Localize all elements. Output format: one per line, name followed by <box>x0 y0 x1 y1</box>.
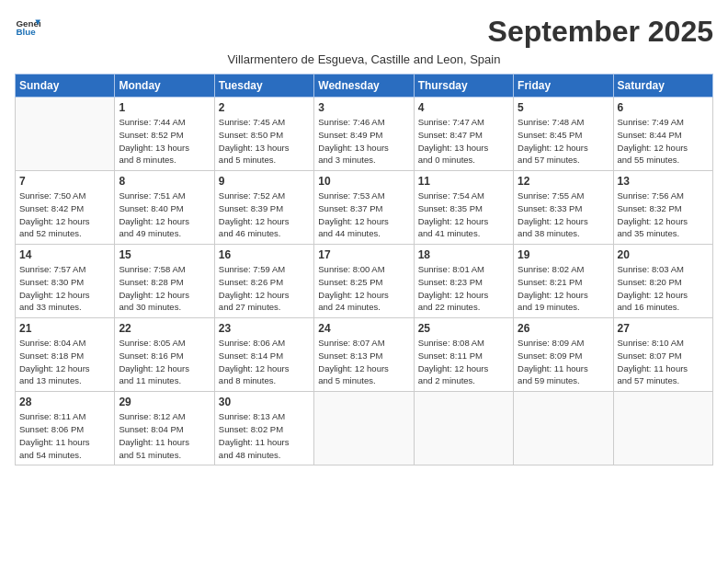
day-number: 2 <box>219 101 310 114</box>
week-row-2: 7Sunrise: 7:50 AM Sunset: 8:42 PM Daylig… <box>16 171 713 245</box>
day-info: Sunrise: 7:52 AM Sunset: 8:39 PM Dayligh… <box>219 190 310 240</box>
day-info: Sunrise: 8:06 AM Sunset: 8:14 PM Dayligh… <box>219 337 310 387</box>
day-cell: 11Sunrise: 7:54 AM Sunset: 8:35 PM Dayli… <box>414 171 513 245</box>
day-number: 29 <box>119 396 210 408</box>
week-row-4: 21Sunrise: 8:04 AM Sunset: 8:18 PM Dayli… <box>16 318 713 392</box>
day-cell: 22Sunrise: 8:05 AM Sunset: 8:16 PM Dayli… <box>115 318 214 392</box>
day-cell: 23Sunrise: 8:06 AM Sunset: 8:14 PM Dayli… <box>214 318 313 392</box>
day-cell: 17Sunrise: 8:00 AM Sunset: 8:25 PM Dayli… <box>314 245 414 318</box>
svg-text:Blue: Blue <box>16 27 36 37</box>
day-cell: 25Sunrise: 8:08 AM Sunset: 8:11 PM Dayli… <box>414 318 513 392</box>
day-info: Sunrise: 7:47 AM Sunset: 8:47 PM Dayligh… <box>418 116 509 167</box>
day-info: Sunrise: 8:02 AM Sunset: 8:21 PM Dayligh… <box>518 263 609 314</box>
week-row-5: 28Sunrise: 8:11 AM Sunset: 8:06 PM Dayli… <box>16 392 713 465</box>
weekday-header-wednesday: Wednesday <box>314 75 414 98</box>
day-info: Sunrise: 8:01 AM Sunset: 8:23 PM Dayligh… <box>418 263 509 314</box>
day-info: Sunrise: 7:54 AM Sunset: 8:35 PM Dayligh… <box>418 190 509 240</box>
day-info: Sunrise: 8:03 AM Sunset: 8:20 PM Dayligh… <box>618 263 709 314</box>
title-block: September 2025 <box>488 15 713 49</box>
day-number: 16 <box>219 248 310 261</box>
subtitle: Villarmentero de Esgueva, Castille and L… <box>15 52 713 66</box>
weekday-header-monday: Monday <box>115 75 214 98</box>
day-number: 19 <box>518 248 609 261</box>
day-cell: 2Sunrise: 7:45 AM Sunset: 8:50 PM Daylig… <box>214 98 313 171</box>
day-cell: 29Sunrise: 8:12 AM Sunset: 8:04 PM Dayli… <box>115 392 214 465</box>
day-info: Sunrise: 7:48 AM Sunset: 8:45 PM Dayligh… <box>518 116 609 167</box>
day-cell <box>16 98 115 171</box>
day-cell <box>414 392 513 465</box>
day-info: Sunrise: 7:56 AM Sunset: 8:32 PM Dayligh… <box>618 190 709 240</box>
day-cell: 21Sunrise: 8:04 AM Sunset: 8:18 PM Dayli… <box>16 318 115 392</box>
day-number: 9 <box>219 175 310 188</box>
day-cell: 5Sunrise: 7:48 AM Sunset: 8:45 PM Daylig… <box>514 98 613 171</box>
day-cell: 8Sunrise: 7:51 AM Sunset: 8:40 PM Daylig… <box>115 171 214 245</box>
day-number: 26 <box>518 322 609 335</box>
day-number: 25 <box>418 322 509 335</box>
calendar-table: SundayMondayTuesdayWednesdayThursdayFrid… <box>15 74 713 465</box>
day-number: 30 <box>219 396 310 408</box>
day-cell: 27Sunrise: 8:10 AM Sunset: 8:07 PM Dayli… <box>613 318 712 392</box>
day-number: 10 <box>318 175 409 188</box>
day-number: 27 <box>618 322 709 335</box>
day-info: Sunrise: 7:46 AM Sunset: 8:49 PM Dayligh… <box>318 116 409 167</box>
day-info: Sunrise: 7:57 AM Sunset: 8:30 PM Dayligh… <box>19 263 110 314</box>
weekday-header-row: SundayMondayTuesdayWednesdayThursdayFrid… <box>16 75 713 98</box>
logo: General Blue <box>15 15 40 40</box>
day-cell: 20Sunrise: 8:03 AM Sunset: 8:20 PM Dayli… <box>613 245 712 318</box>
day-cell <box>613 392 712 465</box>
week-row-1: 1Sunrise: 7:44 AM Sunset: 8:52 PM Daylig… <box>16 98 713 171</box>
day-info: Sunrise: 7:59 AM Sunset: 8:26 PM Dayligh… <box>219 263 310 314</box>
day-cell: 4Sunrise: 7:47 AM Sunset: 8:47 PM Daylig… <box>414 98 513 171</box>
day-number: 28 <box>19 396 110 408</box>
logo-icon: General Blue <box>15 15 40 40</box>
day-cell: 1Sunrise: 7:44 AM Sunset: 8:52 PM Daylig… <box>115 98 214 171</box>
day-info: Sunrise: 7:58 AM Sunset: 8:28 PM Dayligh… <box>119 263 210 314</box>
day-info: Sunrise: 7:50 AM Sunset: 8:42 PM Dayligh… <box>19 190 110 240</box>
weekday-header-thursday: Thursday <box>414 75 513 98</box>
day-info: Sunrise: 7:55 AM Sunset: 8:33 PM Dayligh… <box>518 190 609 240</box>
day-info: Sunrise: 7:53 AM Sunset: 8:37 PM Dayligh… <box>318 190 409 240</box>
day-number: 24 <box>318 322 409 335</box>
day-number: 17 <box>318 248 409 261</box>
day-number: 1 <box>119 101 210 114</box>
day-info: Sunrise: 8:10 AM Sunset: 8:07 PM Dayligh… <box>618 337 709 387</box>
day-number: 18 <box>418 248 509 261</box>
day-cell: 12Sunrise: 7:55 AM Sunset: 8:33 PM Dayli… <box>514 171 613 245</box>
day-number: 7 <box>19 175 110 188</box>
day-cell: 7Sunrise: 7:50 AM Sunset: 8:42 PM Daylig… <box>16 171 115 245</box>
day-number: 4 <box>418 101 509 114</box>
day-number: 21 <box>19 322 110 335</box>
day-cell: 24Sunrise: 8:07 AM Sunset: 8:13 PM Dayli… <box>314 318 414 392</box>
day-number: 22 <box>119 322 210 335</box>
day-number: 8 <box>119 175 210 188</box>
day-info: Sunrise: 8:07 AM Sunset: 8:13 PM Dayligh… <box>318 337 409 387</box>
day-cell: 16Sunrise: 7:59 AM Sunset: 8:26 PM Dayli… <box>214 245 313 318</box>
weekday-header-saturday: Saturday <box>613 75 712 98</box>
day-cell: 19Sunrise: 8:02 AM Sunset: 8:21 PM Dayli… <box>514 245 613 318</box>
day-info: Sunrise: 8:11 AM Sunset: 8:06 PM Dayligh… <box>19 410 110 461</box>
day-cell: 3Sunrise: 7:46 AM Sunset: 8:49 PM Daylig… <box>314 98 414 171</box>
day-cell: 18Sunrise: 8:01 AM Sunset: 8:23 PM Dayli… <box>414 245 513 318</box>
day-info: Sunrise: 7:51 AM Sunset: 8:40 PM Dayligh… <box>119 190 210 240</box>
day-cell <box>514 392 613 465</box>
day-info: Sunrise: 7:49 AM Sunset: 8:44 PM Dayligh… <box>618 116 709 167</box>
day-cell: 10Sunrise: 7:53 AM Sunset: 8:37 PM Dayli… <box>314 171 414 245</box>
day-number: 13 <box>618 175 709 188</box>
month-title: September 2025 <box>488 15 713 49</box>
day-number: 12 <box>518 175 609 188</box>
day-number: 20 <box>618 248 709 261</box>
day-info: Sunrise: 8:12 AM Sunset: 8:04 PM Dayligh… <box>119 410 210 461</box>
day-cell: 9Sunrise: 7:52 AM Sunset: 8:39 PM Daylig… <box>214 171 313 245</box>
header: General Blue September 2025 <box>15 15 713 49</box>
day-cell: 28Sunrise: 8:11 AM Sunset: 8:06 PM Dayli… <box>16 392 115 465</box>
day-cell: 14Sunrise: 7:57 AM Sunset: 8:30 PM Dayli… <box>16 245 115 318</box>
day-info: Sunrise: 8:04 AM Sunset: 8:18 PM Dayligh… <box>19 337 110 387</box>
day-number: 3 <box>318 101 409 114</box>
day-number: 6 <box>618 101 709 114</box>
day-number: 5 <box>518 101 609 114</box>
day-number: 11 <box>418 175 509 188</box>
weekday-header-sunday: Sunday <box>16 75 115 98</box>
day-info: Sunrise: 8:05 AM Sunset: 8:16 PM Dayligh… <box>119 337 210 387</box>
day-cell: 30Sunrise: 8:13 AM Sunset: 8:02 PM Dayli… <box>214 392 313 465</box>
day-number: 15 <box>119 248 210 261</box>
